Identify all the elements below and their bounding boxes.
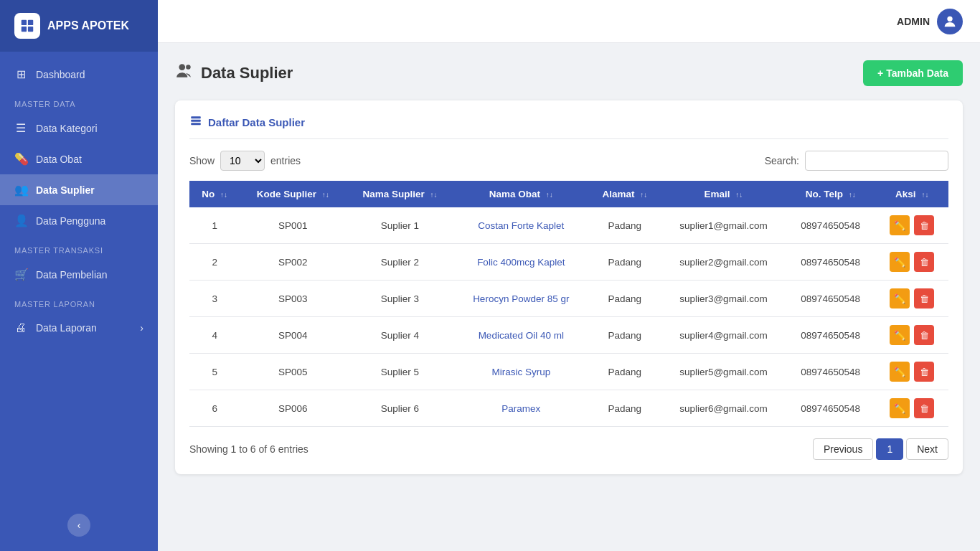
- sidebar-item-dashboard[interactable]: ⊞ Dashboard: [0, 59, 158, 90]
- col-nama-obat[interactable]: Nama Obat ↑↓: [454, 181, 588, 207]
- brand: APPS APOTEK: [0, 0, 158, 52]
- edit-button[interactable]: ✏️: [890, 398, 910, 418]
- cell-nama-obat: Paramex: [454, 390, 588, 427]
- card-title: Daftar Data Suplier: [208, 116, 305, 128]
- delete-button[interactable]: 🗑: [914, 252, 934, 272]
- entries-select[interactable]: 10 25 50 100: [220, 151, 265, 171]
- show-entries: Show 10 25 50 100 entries: [189, 151, 301, 171]
- col-no[interactable]: No ↑↓: [189, 181, 240, 207]
- sidebar-item-label: Data Laporan: [36, 322, 97, 334]
- collapse-icon: ‹: [77, 519, 81, 531]
- cell-alamat: Padang: [588, 390, 661, 427]
- cell-alamat: Padang: [588, 281, 661, 317]
- section-master-laporan: MASTER LAPORAN: [0, 290, 158, 313]
- cell-no-telp: 08974650548: [786, 244, 876, 281]
- col-no-telp[interactable]: No. Telp ↑↓: [786, 181, 876, 207]
- col-alamat[interactable]: Alamat ↑↓: [588, 181, 661, 207]
- cell-alamat: Padang: [588, 317, 661, 354]
- sidebar-item-data-suplier[interactable]: 👥 Data Suplier: [0, 174, 158, 205]
- previous-button[interactable]: Previous: [813, 438, 873, 460]
- cell-nama-suplier: Suplier 6: [346, 390, 454, 427]
- delete-button[interactable]: 🗑: [914, 288, 934, 309]
- sidebar-item-data-laporan[interactable]: 🖨 Data Laporan ›: [0, 313, 158, 343]
- sidebar-item-data-pengguna[interactable]: 👤 Data Pengguna: [0, 205, 158, 236]
- data-suplier-icon: 👥: [14, 183, 27, 197]
- header: ADMIN: [158, 0, 980, 43]
- delete-button[interactable]: 🗑: [914, 325, 934, 345]
- avatar: [937, 9, 963, 34]
- nav-left: 🖨 Data Laporan: [14, 321, 97, 334]
- cell-no-telp: 08974650548: [786, 207, 876, 244]
- cell-no: 2: [189, 244, 240, 281]
- cell-email: suplier3@gmail.com: [661, 281, 786, 317]
- cell-no-telp: 08974650548: [786, 317, 876, 354]
- cell-nama-obat: Medicated Oil 40 ml: [454, 317, 588, 354]
- sidebar-item-data-pembelian[interactable]: 🛒 Data Pembelian: [0, 259, 158, 290]
- showing-text: Showing 1 to 6 of 6 entries: [189, 443, 308, 455]
- add-data-button[interactable]: + Tambah Data: [863, 60, 963, 86]
- cell-nama-obat: Mirasic Syrup: [454, 354, 588, 390]
- cell-kode: SP002: [240, 244, 345, 281]
- data-pembelian-icon: 🛒: [14, 268, 27, 281]
- cell-alamat: Padang: [588, 207, 661, 244]
- col-kode-suplier[interactable]: Kode Suplier ↑↓: [240, 181, 345, 207]
- sidebar-collapse-button[interactable]: ‹: [67, 514, 90, 537]
- cell-aksi: ✏️ 🗑: [876, 390, 949, 427]
- svg-point-4: [947, 16, 952, 21]
- col-email[interactable]: Email ↑↓: [661, 181, 786, 207]
- search-box: Search:: [765, 151, 948, 171]
- svg-point-6: [186, 65, 191, 70]
- cell-email: suplier4@gmail.com: [661, 317, 786, 354]
- svg-rect-3: [28, 27, 33, 32]
- svg-rect-8: [191, 120, 201, 122]
- cell-no-telp: 08974650548: [786, 281, 876, 317]
- cell-nama-suplier: Suplier 1: [346, 207, 454, 244]
- search-input[interactable]: [805, 151, 948, 171]
- card-header: Daftar Data Suplier: [189, 115, 948, 139]
- pagination: Previous 1 Next: [813, 438, 948, 460]
- table-row: 6 SP006 Suplier 6 Paramex Padang suplier…: [189, 390, 948, 427]
- cell-email: suplier2@gmail.com: [661, 244, 786, 281]
- cell-no: 6: [189, 390, 240, 427]
- page-title-text: Data Suplier: [201, 64, 293, 83]
- cell-no: 4: [189, 317, 240, 354]
- delete-button[interactable]: 🗑: [914, 362, 934, 382]
- cell-aksi: ✏️ 🗑: [876, 317, 949, 354]
- data-kategori-icon: ☰: [14, 121, 27, 135]
- edit-button[interactable]: ✏️: [890, 288, 910, 309]
- main-content: ADMIN Data Suplier: [158, 0, 980, 551]
- edit-button[interactable]: ✏️: [890, 325, 910, 345]
- svg-rect-1: [28, 20, 33, 25]
- sidebar-item-data-obat[interactable]: 💊 Data Obat: [0, 143, 158, 174]
- table-controls: Show 10 25 50 100 entries Search:: [189, 151, 948, 171]
- cell-kode: SP006: [240, 390, 345, 427]
- col-aksi[interactable]: Aksi ↑↓: [876, 181, 949, 207]
- brand-name: APPS APOTEK: [47, 19, 129, 32]
- col-nama-suplier[interactable]: Nama Suplier ↑↓: [346, 181, 454, 207]
- cell-kode: SP004: [240, 317, 345, 354]
- show-label: Show: [189, 155, 215, 166]
- delete-button[interactable]: 🗑: [914, 215, 934, 235]
- page-1-button[interactable]: 1: [876, 438, 903, 460]
- svg-rect-9: [191, 123, 201, 125]
- edit-button[interactable]: ✏️: [890, 362, 910, 382]
- svg-point-5: [179, 64, 185, 70]
- cell-alamat: Padang: [588, 244, 661, 281]
- page-title-row: Data Suplier + Tambah Data: [175, 60, 963, 86]
- edit-button[interactable]: ✏️: [890, 215, 910, 235]
- delete-button[interactable]: 🗑: [914, 398, 934, 418]
- edit-button[interactable]: ✏️: [890, 252, 910, 272]
- section-master-data: MASTER DATA: [0, 90, 158, 113]
- cell-aksi: ✏️ 🗑: [876, 281, 949, 317]
- next-button[interactable]: Next: [906, 438, 948, 460]
- cell-kode: SP001: [240, 207, 345, 244]
- data-pengguna-icon: 👤: [14, 214, 27, 227]
- sidebar-item-data-kategori[interactable]: ☰ Data Kategori: [0, 113, 158, 143]
- svg-rect-2: [22, 27, 27, 32]
- data-obat-icon: 💊: [14, 152, 27, 166]
- sidebar-item-label: Data Pengguna: [36, 215, 105, 227]
- data-card: Daftar Data Suplier Show 10 25 50 100 en…: [175, 100, 963, 474]
- cell-nama-suplier: Suplier 5: [346, 354, 454, 390]
- sidebar-item-label: Data Suplier: [36, 184, 95, 196]
- cell-nama-obat: Costan Forte Kaplet: [454, 207, 588, 244]
